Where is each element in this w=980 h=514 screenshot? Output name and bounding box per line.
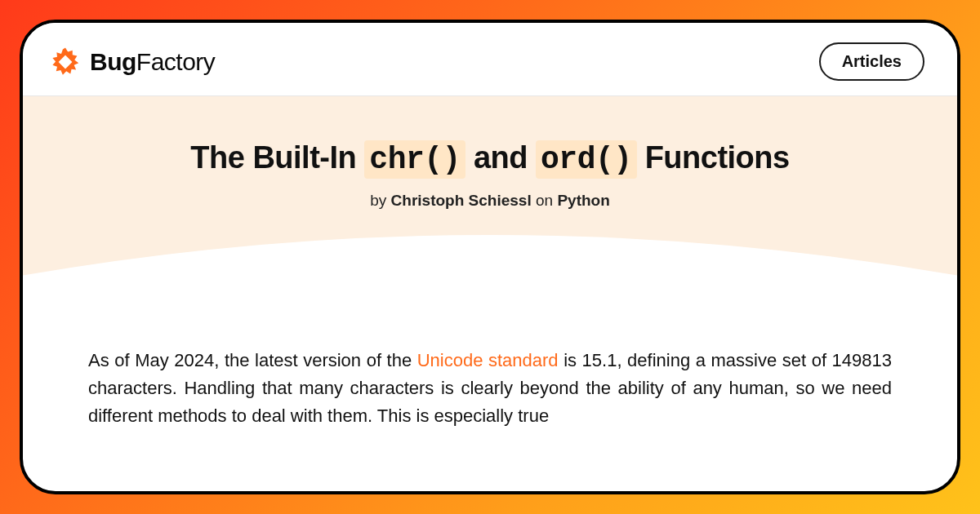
hero-curve (20, 210, 960, 308)
code-chr: chr() (364, 140, 466, 179)
gradient-background: BugFactory Articles The Built-In chr() a… (0, 0, 980, 514)
brand-logo[interactable]: BugFactory (49, 46, 215, 78)
articles-button[interactable]: Articles (819, 42, 924, 81)
topic-name: Python (557, 192, 609, 209)
brand-name: BugFactory (90, 48, 215, 76)
content-card: BugFactory Articles The Built-In chr() a… (20, 20, 960, 494)
author-name: Christoph Schiessl (391, 192, 532, 209)
code-ord: ord() (536, 140, 637, 179)
page-title: The Built-In chr() and ord() Functions (56, 140, 924, 177)
intro-paragraph: As of May 2024, the latest version of th… (88, 347, 892, 430)
gear-icon (49, 46, 82, 78)
byline: by Christoph Schiessl on Python (56, 192, 924, 210)
hero-band: The Built-In chr() and ord() Functions b… (23, 96, 957, 308)
article-body: As of May 2024, the latest version of th… (23, 308, 957, 430)
unicode-standard-link[interactable]: Unicode standard (417, 350, 559, 370)
header: BugFactory Articles (23, 23, 957, 96)
